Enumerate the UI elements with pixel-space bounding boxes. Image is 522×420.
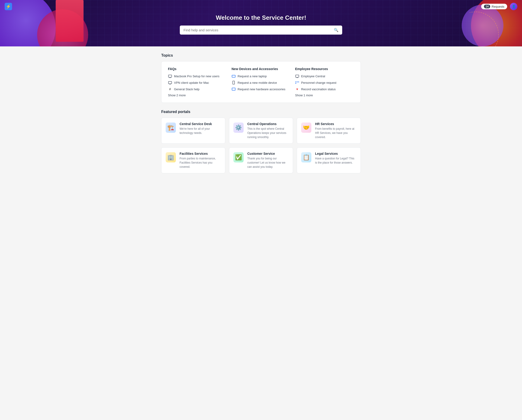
requests-label: Requests (491, 5, 504, 8)
ls-icon: 📋 (301, 152, 311, 163)
nav-right: 14 Requests 👤 (481, 3, 517, 10)
topic-item-slack[interactable]: # General Slack help (168, 87, 227, 91)
screen-icon-vpn (168, 81, 172, 84)
topic-label-vpn: VPN client update for Mac (174, 81, 209, 85)
screen-icon-emp (295, 75, 299, 78)
portal-text-cs: Customer Service Thank you for being our… (247, 152, 289, 169)
hero-section: ⚡ 14 Requests 👤 Welcome to the Service C… (0, 0, 522, 47)
portal-card-co[interactable]: ⚙️ Central Operations This is the spot w… (229, 118, 293, 144)
portal-icon-cs: ✅ (233, 152, 244, 163)
hr-icon: 🤝 (301, 123, 311, 133)
topic-label-mobile: Request a new mobile device (238, 81, 277, 85)
topics-col-employee: Employee Resources Employee Central Pers… (295, 67, 354, 97)
hero-content: Welcome to the Service Center! 🔍 (180, 14, 342, 35)
portal-card-cs[interactable]: ✅ Customer Service Thank you for being o… (229, 147, 293, 173)
portal-name-csd: Central Service Desk (180, 122, 221, 126)
topic-label-slack: General Slack help (174, 87, 200, 91)
dots-icon (295, 81, 299, 84)
portal-desc-co: This is the spot where Central Operation… (247, 127, 289, 139)
accessories-icon (232, 88, 236, 91)
portal-text-fs: Facilities Services From parties to main… (180, 152, 221, 169)
topic-icon-macbook (168, 74, 172, 78)
topic-icon-hardware (231, 87, 236, 91)
search-icon: 🔍 (334, 28, 338, 32)
nav-logo[interactable]: ⚡ (5, 3, 12, 10)
topic-item-vpn[interactable]: VPN client update for Mac (168, 80, 227, 85)
portal-card-hr[interactable]: 🤝 HR Services From benefits to payroll, … (297, 118, 361, 144)
portal-name-cs: Customer Service (247, 152, 289, 156)
co-icon: ⚙️ (233, 123, 244, 133)
portal-name-fs: Facilities Services (180, 152, 221, 156)
portal-desc-cs: Thank you for being our customer! Let us… (247, 156, 289, 169)
topic-item-laptop[interactable]: Request a new laptop (231, 74, 291, 78)
faqs-show-more[interactable]: Show 2 more (168, 93, 227, 97)
topic-label-employee-central: Employee Central (301, 75, 325, 78)
employee-title: Employee Resources (295, 67, 354, 71)
portal-text-csd: Central Service Desk We're here for all … (180, 122, 221, 135)
portal-desc-fs: From parties to maintenance, Facilities … (180, 156, 221, 169)
portal-icon-hr: 🤝 (301, 122, 312, 133)
topic-item-vaccination[interactable]: ♥ Record vaccination status (295, 87, 354, 91)
heart-icon: ♥ (296, 87, 298, 91)
portal-card-fs[interactable]: 🏢 Facilities Services From parties to ma… (161, 147, 225, 173)
portals-grid: 🏗️ Central Service Desk We're here for a… (161, 118, 361, 173)
topic-label-macbook: Macbook Pro Setup for new users (174, 75, 219, 78)
topic-icon-personnel (295, 80, 299, 85)
user-avatar[interactable]: 👤 (510, 3, 517, 10)
portal-text-co: Central Operations This is the spot wher… (247, 122, 289, 139)
employee-show-more[interactable]: Show 1 more (295, 93, 354, 97)
portal-card-csd[interactable]: 🏗️ Central Service Desk We're here for a… (161, 118, 225, 144)
portal-card-ls[interactable]: 📋 Legal Services Have a question for Leg… (297, 147, 361, 173)
laptop-icon (232, 75, 236, 78)
search-input[interactable] (184, 28, 331, 32)
slack-icon: # (169, 87, 171, 91)
topic-item-macbook[interactable]: Macbook Pro Setup for new users (168, 74, 227, 78)
topic-icon-slack: # (168, 87, 172, 91)
topics-card: FAQs Macbook Pro Setup for new users VPN… (161, 61, 361, 103)
portal-icon-fs: 🏢 (165, 152, 176, 163)
portal-name-hr: HR Services (315, 122, 357, 126)
requests-badge: 14 (484, 5, 490, 8)
topic-icon-vaccination: ♥ (295, 87, 299, 91)
portal-desc-hr: From benefits to payroll, here at HR Ser… (315, 127, 357, 139)
portal-icon-co: ⚙️ (233, 122, 244, 133)
portal-icon-csd: 🏗️ (165, 122, 176, 133)
topic-item-employee-central[interactable]: Employee Central (295, 74, 354, 78)
nav-requests-button[interactable]: 14 Requests (481, 4, 507, 9)
topic-item-hardware[interactable]: Request new hardware accessories (231, 87, 291, 91)
topic-label-personnel: Personnel change request (301, 81, 336, 85)
portal-desc-csd: We're here for all of your technology ne… (180, 127, 221, 135)
topics-col-devices: New Devices and Accessories Request a ne… (231, 67, 291, 97)
topic-icon-laptop (231, 74, 236, 78)
csd-icon: 🏗️ (166, 123, 176, 133)
topic-label-vaccination: Record vaccination status (301, 87, 336, 91)
hero-title: Welcome to the Service Center! (180, 14, 342, 21)
navbar: ⚡ 14 Requests 👤 (0, 0, 522, 13)
topic-label-hardware: Request new hardware accessories (238, 87, 285, 91)
screen-icon (168, 75, 172, 78)
devices-title: New Devices and Accessories (231, 67, 291, 71)
portal-icon-ls: 📋 (301, 152, 312, 163)
topics-section-title: Topics (161, 53, 361, 58)
topic-item-mobile[interactable]: Request a new mobile device (231, 80, 291, 85)
portal-desc-ls: Have a question for Legal? This is the p… (315, 156, 357, 165)
portals-section-title: Featured portals (161, 110, 361, 114)
portal-text-hr: HR Services From benefits to payroll, he… (315, 122, 357, 139)
topic-item-personnel[interactable]: Personnel change request (295, 80, 354, 85)
topic-icon-employee-central (295, 74, 299, 78)
cs-icon: ✅ (233, 152, 244, 163)
topics-col-faqs: FAQs Macbook Pro Setup for new users VPN… (168, 67, 227, 97)
portal-name-ls: Legal Services (315, 152, 357, 156)
main-content: Topics FAQs Macbook Pro Setup for new us… (157, 47, 365, 180)
faqs-title: FAQs (168, 67, 227, 71)
topic-label-laptop: Request a new laptop (238, 75, 267, 78)
topic-icon-mobile (231, 80, 236, 85)
portal-name-co: Central Operations (247, 122, 289, 126)
topic-icon-vpn (168, 80, 172, 85)
search-bar: 🔍 (180, 25, 342, 35)
portal-text-ls: Legal Services Have a question for Legal… (315, 152, 357, 165)
fs-icon: 🏢 (166, 152, 176, 163)
mobile-icon (232, 81, 235, 85)
